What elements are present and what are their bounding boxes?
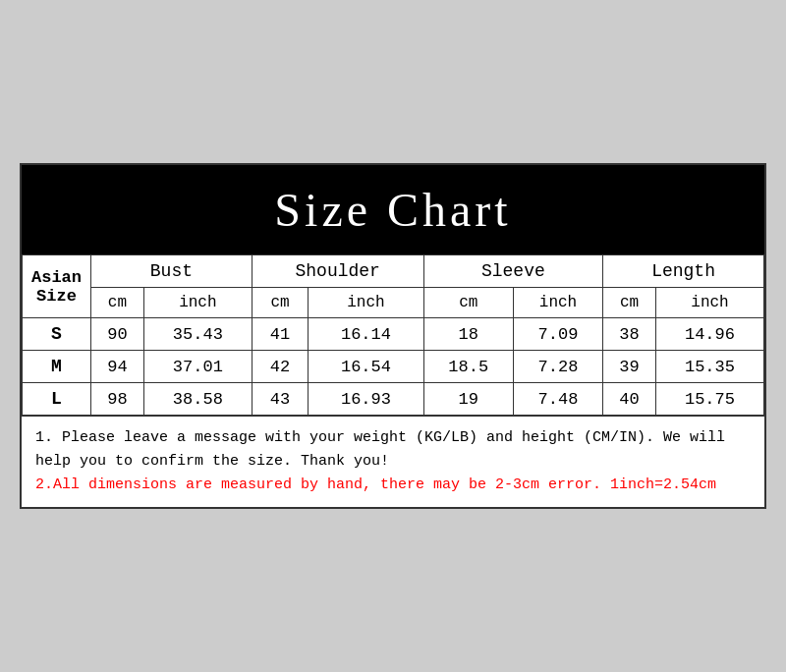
sleeve-header: Sleeve: [423, 255, 603, 288]
table-row: L 98 38.58 43 16.93 19 7.48 40 15.75: [23, 383, 764, 416]
shoulder-inch-cell: 16.93: [309, 383, 423, 416]
length-inch-cell: 15.35: [655, 351, 763, 383]
size-chart: Size Chart AsianSize Bust Shoulder Sleev…: [20, 163, 766, 509]
bust-inch-header: inch: [143, 288, 252, 318]
chart-title: Size Chart: [22, 165, 764, 254]
sleeve-inch-cell: 7.09: [513, 318, 602, 351]
length-cm-cell: 38: [603, 318, 656, 351]
length-inch-header: inch: [655, 288, 763, 318]
shoulder-inch-cell: 16.14: [309, 318, 423, 351]
bust-inch-cell: 38.58: [143, 383, 252, 416]
bust-inch-cell: 37.01: [143, 351, 252, 383]
shoulder-inch-cell: 16.54: [309, 351, 423, 383]
table-row: M 94 37.01 42 16.54 18.5 7.28 39 15.35: [23, 351, 764, 383]
sleeve-cm-cell: 18.5: [423, 351, 513, 383]
length-cm-header: cm: [603, 288, 656, 318]
notes-section: 1. Please leave a message with your weig…: [22, 416, 764, 507]
note1: 1. Please leave a message with your weig…: [35, 426, 751, 474]
bust-inch-cell: 35.43: [143, 318, 252, 351]
length-cm-cell: 40: [603, 383, 656, 416]
size-cell: L: [23, 383, 91, 416]
sleeve-inch-cell: 7.48: [513, 383, 602, 416]
shoulder-cm-cell: 42: [252, 351, 308, 383]
bust-cm-cell: 94: [91, 351, 144, 383]
sleeve-cm-header: cm: [423, 288, 513, 318]
sleeve-cm-cell: 18: [423, 318, 513, 351]
shoulder-header: Shoulder: [252, 255, 423, 288]
bust-cm-cell: 90: [91, 318, 144, 351]
length-inch-cell: 14.96: [655, 318, 763, 351]
size-cell: M: [23, 351, 91, 383]
note2: 2.All dimensions are measured by hand, t…: [35, 474, 751, 497]
sleeve-cm-cell: 19: [423, 383, 513, 416]
bust-cm-cell: 98: [91, 383, 144, 416]
shoulder-inch-header: inch: [309, 288, 423, 318]
shoulder-cm-header: cm: [252, 288, 308, 318]
asian-size-header: AsianSize: [23, 255, 91, 318]
sleeve-inch-header: inch: [513, 288, 602, 318]
shoulder-cm-cell: 41: [252, 318, 308, 351]
size-cell: S: [23, 318, 91, 351]
length-inch-cell: 15.75: [655, 383, 763, 416]
length-cm-cell: 39: [603, 351, 656, 383]
sleeve-inch-cell: 7.28: [513, 351, 602, 383]
shoulder-cm-cell: 43: [252, 383, 308, 416]
length-header: Length: [603, 255, 764, 288]
bust-cm-header: cm: [91, 288, 144, 318]
table-row: S 90 35.43 41 16.14 18 7.09 38 14.96: [23, 318, 764, 351]
size-table: AsianSize Bust Shoulder Sleeve Length cm…: [22, 254, 764, 416]
bust-header: Bust: [91, 255, 253, 288]
